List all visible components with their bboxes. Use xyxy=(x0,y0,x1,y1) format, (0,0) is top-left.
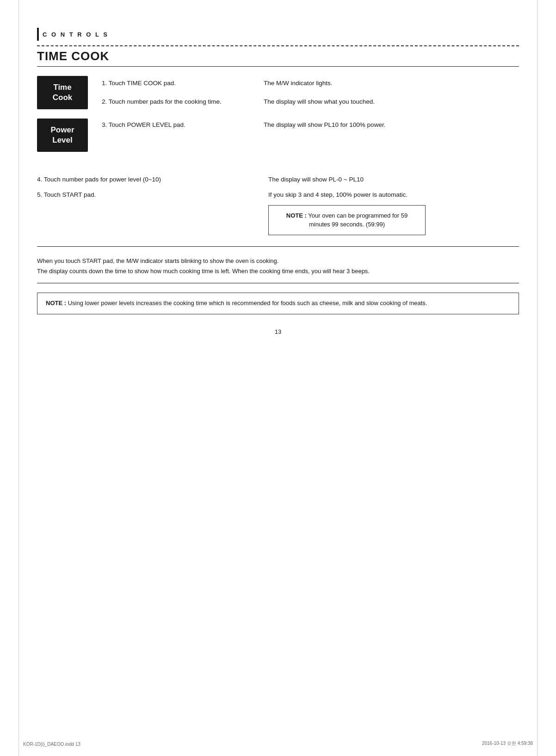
step-5-result: If you skip 3 and 4 step, 100% power is … xyxy=(268,191,408,198)
note-box-1: NOTE : Your oven can be programmed for 5… xyxy=(268,205,426,235)
section-bar xyxy=(37,28,39,41)
power-level-button: Power Level xyxy=(37,119,88,152)
page-title: TIME COOK xyxy=(37,49,519,63)
step-4-result: The display will show PL-0 ~ PL10 xyxy=(268,176,364,183)
title-divider xyxy=(37,66,519,67)
section-header: C O N T R O L S xyxy=(37,28,519,41)
step-4-row: 4. Touch number pads for power level (0~… xyxy=(37,175,519,184)
step-2-instruction: 2. Touch number pads for the cooking tim… xyxy=(102,98,222,105)
bottom-divider-1 xyxy=(37,246,519,247)
page-number: 13 xyxy=(37,328,519,335)
table-row: Power Level 3. Touch POWER LEVEL pad. Th… xyxy=(37,114,519,166)
bottom-note-label: NOTE : xyxy=(46,300,66,306)
bottom-line-2: The display counts down the time to show… xyxy=(37,266,519,276)
bottom-divider-2 xyxy=(37,283,519,283)
footer-left: KOR-1D(i)_DAEOO.indd 13 xyxy=(23,742,80,747)
footer-right: 2016-10-13 오전 4:59:38 xyxy=(482,740,533,747)
steps-table: Time Cook 1. Touch TIME COOK pad. The M/… xyxy=(37,71,519,166)
bottom-note-box: NOTE : Using lower power levels increase… xyxy=(37,293,519,314)
time-cook-button: Time Cook xyxy=(37,76,88,109)
step-4-instruction: 4. Touch number pads for power level (0~… xyxy=(37,176,161,183)
step-3-result: The display will show PL10 for 100% powe… xyxy=(264,121,385,128)
outer-steps: 4. Touch number pads for power level (0~… xyxy=(37,175,519,235)
step-5-row: 5. Touch START pad. If you skip 3 and 4 … xyxy=(37,190,519,235)
table-row: 2. Touch number pads for the cooking tim… xyxy=(37,91,519,114)
section-label: C O N T R O L S xyxy=(43,31,109,38)
bottom-note-text: Using lower power levels increases the c… xyxy=(68,300,427,306)
bottom-line-1: When you touch START pad, the M/W indica… xyxy=(37,256,519,266)
dashed-divider xyxy=(37,45,519,46)
step-1-result: The M/W indicator lights. xyxy=(264,80,333,87)
table-row: Time Cook 1. Touch TIME COOK pad. The M/… xyxy=(37,71,519,91)
step-2-result: The display will show what you touched. xyxy=(264,98,375,105)
step-1-instruction: 1. Touch TIME COOK pad. xyxy=(102,80,176,87)
step-5-instruction: 5. Touch START pad. xyxy=(37,191,96,198)
step-3-instruction: 3. Touch POWER LEVEL pad. xyxy=(102,121,185,128)
bottom-paragraph: When you touch START pad, the M/W indica… xyxy=(37,256,519,276)
note-label-1: NOTE : xyxy=(286,212,307,219)
note-text-1: Your oven can be programmed for 59 minut… xyxy=(308,212,408,228)
